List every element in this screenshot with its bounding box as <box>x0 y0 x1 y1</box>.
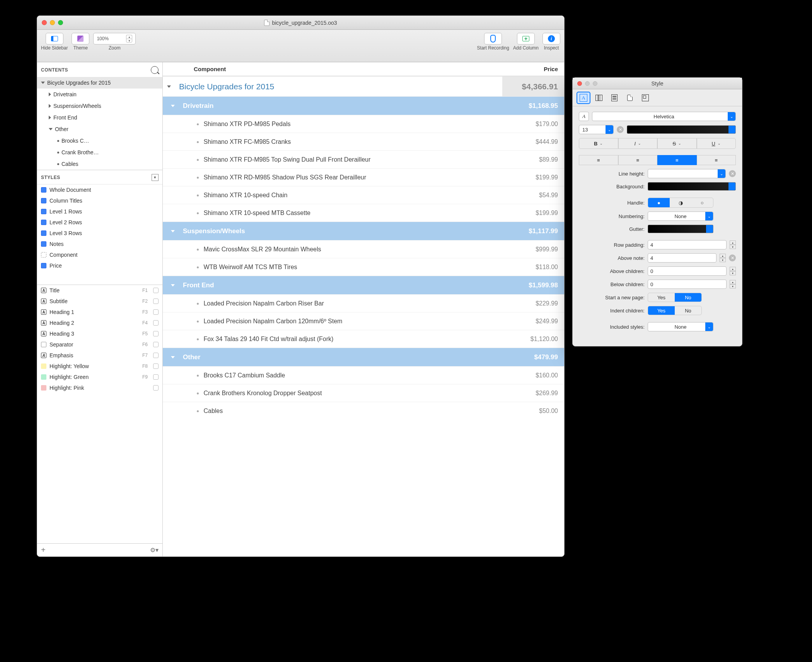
chevron-right-icon[interactable] <box>49 116 51 119</box>
style-row[interactable]: Level 3 Rows <box>37 228 162 239</box>
stepper[interactable]: ▲▼ <box>730 280 736 288</box>
bold-button[interactable]: B ⌄ <box>579 138 618 149</box>
tab-outline[interactable] <box>608 92 621 103</box>
outline-row[interactable]: Brooks C17 Cambium Saddle$160.00 <box>163 366 564 384</box>
column-price[interactable]: Price <box>502 66 564 72</box>
above-children-input[interactable]: 0 <box>648 266 727 276</box>
tab-document[interactable] <box>624 92 636 103</box>
outline-row[interactable]: Mavic CrossMax SLR 29 Mountain Wheels$99… <box>163 240 564 258</box>
align-left-button[interactable]: ≡ <box>579 155 618 165</box>
included-styles-select[interactable]: None⌄ <box>648 322 713 331</box>
new-page-toggle[interactable]: YesNo <box>648 293 702 302</box>
tree-item[interactable]: Crank Brothe… <box>37 147 162 158</box>
align-center-button[interactable]: ≡ <box>618 155 658 165</box>
style-checkbox[interactable] <box>153 331 159 336</box>
outline-row[interactable]: Crank Brothers Kronolog Dropper Seatpost… <box>163 384 564 402</box>
gutter-color-picker[interactable] <box>648 225 713 233</box>
start-recording-button[interactable] <box>484 33 502 44</box>
numbering-select[interactable]: None⌄ <box>648 212 713 221</box>
style-row[interactable]: Column Titles <box>37 195 162 206</box>
add-style-button[interactable]: + <box>41 546 46 555</box>
tree-item-other[interactable]: Other <box>37 123 162 135</box>
outline-row[interactable]: Shimano XTR 10-speed MTB Cassette$199.99 <box>163 204 564 222</box>
below-children-input[interactable]: 0 <box>648 280 727 289</box>
style-row[interactable]: Highlight: GreenF9 <box>37 372 162 382</box>
chevron-down-icon[interactable] <box>171 356 175 358</box>
handle-segmented[interactable]: ●◑○ <box>648 198 713 208</box>
style-checkbox[interactable] <box>153 299 159 304</box>
style-row[interactable]: AHeading 1F3 <box>37 307 162 317</box>
chevron-down-icon[interactable] <box>41 82 45 84</box>
chevron-down-icon[interactable] <box>49 128 53 130</box>
chevron-down-icon[interactable] <box>171 284 175 287</box>
stepper[interactable]: ▲▼ <box>720 254 726 262</box>
gear-icon[interactable]: ⚙︎▾ <box>150 546 159 554</box>
style-row[interactable]: ATitleF1 <box>37 285 162 296</box>
clear-size-button[interactable]: ✕ <box>617 126 624 133</box>
italic-button[interactable]: I ⌄ <box>618 138 658 149</box>
style-row[interactable]: Level 2 Rows <box>37 217 162 228</box>
outline-row[interactable]: Loaded Precision Napalm Carbon Riser Bar… <box>163 294 564 312</box>
tree-item-frontend[interactable]: Front End <box>37 112 162 123</box>
tree-item-suspension[interactable]: Suspension/Wheels <box>37 100 162 112</box>
style-checkbox[interactable] <box>153 363 159 369</box>
tree-item-drivetrain[interactable]: Drivetrain <box>37 89 162 100</box>
style-row[interactable]: Price <box>37 260 162 271</box>
chevron-down-icon[interactable] <box>171 105 175 107</box>
strike-button[interactable]: S ⌄ <box>657 138 697 149</box>
stepper[interactable]: ▲▼ <box>730 241 736 249</box>
row-padding-input[interactable]: 4 <box>648 240 727 249</box>
style-row[interactable]: AHeading 2F4 <box>37 317 162 328</box>
outline-row[interactable]: Shimano XTR 10-speed Chain$54.99 <box>163 186 564 204</box>
outline-row[interactable]: Shimano XTR RD-M985 Shadow Plus SGS Rear… <box>163 168 564 186</box>
style-row[interactable]: Highlight: Pink <box>37 382 162 393</box>
close-icon[interactable] <box>42 20 47 25</box>
tree-item[interactable]: Cables <box>37 158 162 170</box>
text-color-picker[interactable] <box>627 125 736 134</box>
align-justify-button[interactable]: ≡ <box>697 155 736 165</box>
column-header[interactable]: Component Price <box>163 62 564 76</box>
style-row[interactable]: SeparatorF6 <box>37 339 162 350</box>
chevron-down-icon[interactable] <box>167 85 171 88</box>
zoom-select[interactable]: 100% ▲▼ <box>93 33 136 44</box>
inspector-titlebar[interactable]: Style <box>573 78 742 89</box>
add-column-button[interactable] <box>517 33 535 44</box>
style-checkbox[interactable] <box>153 320 159 326</box>
line-height-select[interactable]: ⌄ <box>648 169 726 178</box>
outline-row[interactable]: Shimano XTR FC-M985 Cranks$444.99 <box>163 133 564 150</box>
tab-columns[interactable] <box>593 92 605 103</box>
font-size-select[interactable]: 13⌄ <box>579 125 614 134</box>
above-note-input[interactable]: 4 <box>648 253 716 263</box>
outline-row[interactable]: Cables$50.00 <box>163 402 564 420</box>
style-row[interactable]: ASubtitleF2 <box>37 296 162 307</box>
styles-dropdown-icon[interactable]: ▼ <box>152 174 159 181</box>
style-checkbox[interactable] <box>153 353 159 358</box>
style-checkbox[interactable] <box>153 309 159 315</box>
style-checkbox[interactable] <box>153 385 159 391</box>
style-row[interactable]: Notes <box>37 239 162 249</box>
column-component[interactable]: Component <box>163 66 502 72</box>
style-row[interactable]: Component <box>37 249 162 260</box>
tree-item[interactable]: Brooks C… <box>37 135 162 147</box>
minimize-icon[interactable] <box>50 20 55 25</box>
chevron-right-icon[interactable] <box>49 92 51 96</box>
close-icon[interactable] <box>577 81 582 86</box>
tab-style[interactable]: A <box>577 92 590 103</box>
outline-row[interactable]: Fox 34 Talas 29 140 Fit Ctd w/trail adju… <box>163 330 564 348</box>
align-right-button[interactable]: ≡ <box>657 155 697 165</box>
theme-button[interactable] <box>72 33 89 44</box>
zoom-stepper[interactable]: ▲▼ <box>126 35 132 43</box>
outline-row[interactable]: Shimano XTR FD-M985 Top Swing Dual Pull … <box>163 150 564 168</box>
clear-button[interactable]: ✕ <box>729 170 736 177</box>
clear-button[interactable]: ✕ <box>729 254 736 261</box>
style-checkbox[interactable] <box>153 374 159 380</box>
outline-row[interactable]: Drivetrain$1,168.95 <box>163 96 564 115</box>
underline-button[interactable]: U ⌄ <box>697 138 736 149</box>
outline-row[interactable]: Suspension/Wheels$1,117.99 <box>163 222 564 240</box>
inspect-button[interactable]: i <box>542 33 560 44</box>
outline-row[interactable]: Front End$1,599.98 <box>163 276 564 294</box>
chevron-down-icon[interactable] <box>171 230 175 232</box>
stepper[interactable]: ▲▼ <box>730 267 736 275</box>
style-row[interactable]: Whole Document <box>37 184 162 195</box>
style-row[interactable]: Level 1 Rows <box>37 206 162 217</box>
